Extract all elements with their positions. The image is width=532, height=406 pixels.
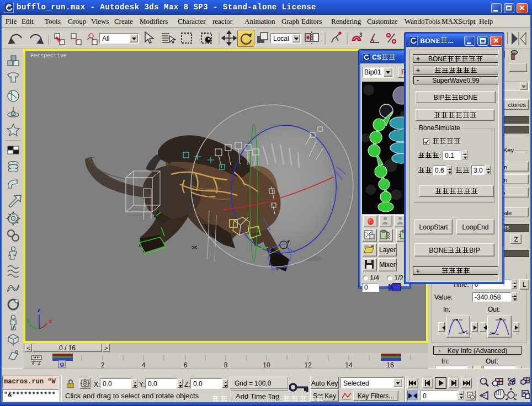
svg-text:10: 10 — [263, 361, 270, 368]
svg-text:4: 4 — [142, 361, 146, 368]
svg-text:12: 12 — [304, 361, 312, 368]
svg-text:16: 16 — [386, 361, 394, 368]
svg-text:3: 3 — [359, 32, 363, 38]
svg-text:14: 14 — [345, 361, 353, 368]
svg-text:2: 2 — [101, 361, 105, 368]
svg-text:Perspective: Perspective — [30, 53, 67, 59]
svg-text:z: z — [37, 307, 41, 314]
svg-text:6: 6 — [184, 361, 188, 368]
svg-text:y: y — [26, 317, 30, 324]
svg-text:x: x — [49, 318, 52, 325]
svg-text:8: 8 — [224, 361, 228, 368]
